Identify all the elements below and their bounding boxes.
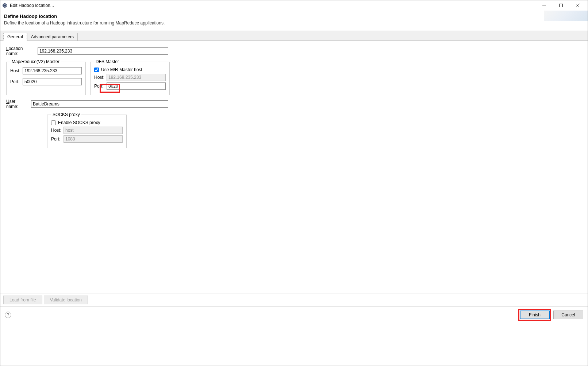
dfs-host-input (107, 74, 166, 81)
masters-row: Map/Reduce(V2) Master Host: Port: DFS Ma… (6, 59, 582, 95)
mr-host-label: Host: (10, 68, 23, 73)
maximize-button[interactable] (553, 0, 569, 11)
finish-button[interactable]: Finish (520, 311, 550, 319)
mapreduce-master-legend: Map/Reduce(V2) Master (10, 59, 61, 64)
dialog-heading: Define Hadoop location (4, 14, 584, 19)
help-icon[interactable]: ? (5, 312, 11, 318)
user-name-label: User name: (6, 99, 29, 109)
mr-host-input[interactable] (23, 67, 82, 74)
window-controls (536, 0, 586, 11)
validate-location-button: Validate location (44, 296, 88, 304)
location-name-input[interactable] (38, 47, 168, 55)
minimize-button[interactable] (536, 0, 553, 11)
load-from-file-button: Load from file (3, 296, 42, 304)
socks-host-input (64, 127, 123, 134)
enable-socks-label[interactable]: Enable SOCKS proxy (58, 120, 100, 125)
titlebar: Edit Hadoop location... (0, 0, 588, 11)
dialog-header: Define Hadoop location Define the locati… (0, 11, 588, 31)
svg-rect-3 (560, 4, 563, 7)
user-name-row: User name: (6, 99, 582, 109)
tab-strip: GeneralAdvanced parameters (0, 31, 588, 41)
general-tab-content: Location name: Map/Reduce(V2) Master Hos… (0, 41, 588, 293)
socks-port-row: Port: (51, 135, 123, 143)
dfs-host-label: Host: (94, 75, 107, 80)
mr-host-row: Host: (10, 67, 82, 74)
enable-socks-row: Enable SOCKS proxy (51, 120, 123, 125)
dfs-port-row: Port: (94, 82, 166, 90)
header-banner-graphic (544, 11, 588, 21)
use-mr-host-label[interactable]: Use M/R Master host (101, 67, 142, 72)
eclipse-icon (2, 3, 8, 8)
tab-general[interactable]: General (3, 33, 27, 41)
bottom-button-bar: ? Finish Cancel (0, 307, 588, 323)
socks-proxy-legend: SOCKS proxy (51, 112, 81, 117)
use-mr-host-row: Use M/R Master host (94, 67, 166, 72)
dfs-host-row: Host: (94, 74, 166, 81)
mr-port-label: Port: (10, 79, 23, 84)
close-button[interactable] (569, 0, 586, 11)
window-title: Edit Hadoop location... (10, 3, 536, 8)
dfs-port-input[interactable] (107, 82, 166, 90)
socks-host-row: Host: (51, 127, 123, 134)
location-name-label: Location name: (6, 46, 35, 56)
tab-advanced-parameters[interactable]: Advanced parameters (27, 33, 78, 41)
mr-port-input[interactable] (23, 78, 82, 85)
cancel-button[interactable]: Cancel (553, 311, 583, 319)
enable-socks-checkbox[interactable] (51, 120, 56, 125)
user-name-input[interactable] (31, 100, 168, 108)
socks-proxy-group: SOCKS proxy Enable SOCKS proxy Host: Por… (47, 112, 127, 148)
mr-port-row: Port: (10, 78, 82, 85)
socks-host-label: Host: (51, 128, 64, 133)
socks-port-label: Port: (51, 136, 64, 142)
dfs-master-legend: DFS Master (94, 59, 120, 64)
dialog-subheading: Define the location of a Hadoop infrastr… (4, 20, 584, 26)
location-name-row: Location name: (6, 46, 582, 56)
use-mr-host-checkbox[interactable] (94, 68, 99, 72)
mapreduce-master-group: Map/Reduce(V2) Master Host: Port: (6, 59, 86, 95)
dfs-port-label: Port: (94, 84, 107, 89)
dfs-master-group: DFS Master Use M/R Master host Host: Por… (90, 59, 170, 95)
socks-port-input (64, 135, 123, 143)
mid-button-bar: Load from file Validate location (0, 293, 588, 307)
